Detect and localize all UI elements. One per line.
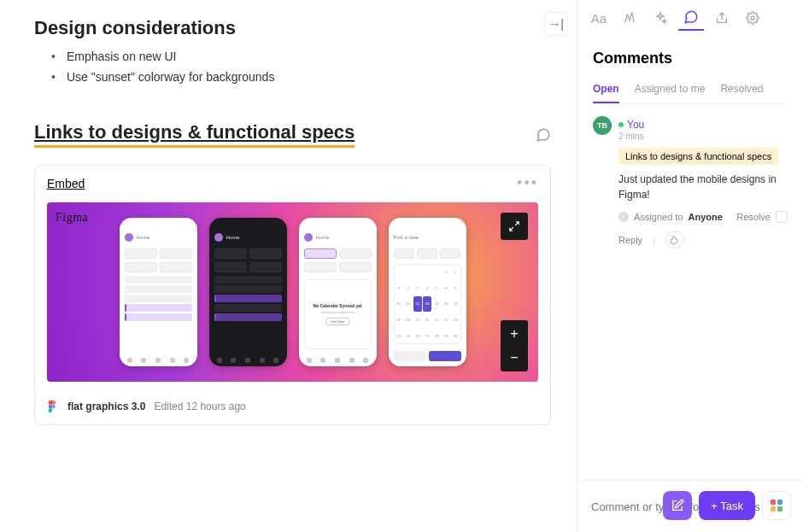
comment-reference-badge[interactable]: Links to designs & functional specs [618,148,778,165]
thumbs-up-icon[interactable] [665,231,684,248]
add-task-button[interactable]: + Task [699,491,755,520]
sidebar-toolbar: Aa [577,0,803,36]
assigned-to-value[interactable]: Anyone [688,212,722,222]
settings-icon[interactable] [740,5,765,31]
embed-card: Embed ••• Figma +− Home Home [34,165,551,425]
svg-point-1 [751,16,754,20]
comment-body: Just updated the mobile designs in Figma… [618,172,788,202]
embed-title[interactable]: Embed [47,177,85,190]
zoom-controls[interactable]: +− [501,320,528,371]
resolve-label: Resolve [736,212,771,222]
collapse-sidebar-button[interactable]: →| [544,12,568,36]
svg-point-0 [52,405,56,408]
online-indicator-icon [618,122,624,127]
check-icon: ✓ [618,212,629,222]
share-icon[interactable] [709,5,735,31]
figma-embed[interactable]: Figma +− Home Home [47,202,538,382]
phone-light-1: Home [120,218,197,366]
text-style-icon[interactable]: Aa [586,5,612,31]
tab-resolved[interactable]: Resolved [720,83,763,103]
embed-menu-icon[interactable]: ••• [517,174,538,192]
phone-light-2: Home No Calendar Synced yetLorem ipsum d… [299,218,377,366]
comments-tabs: Open Assigned to me Resolved [593,83,788,104]
phone-dark: Home [209,218,287,366]
reply-link[interactable]: Reply [618,235,642,245]
figma-brand-label: Figma [56,211,88,225]
bullet-item[interactable]: Use "sunset" colorway for backgrounds [51,67,551,87]
heading-design-considerations: Design considerations [34,17,551,39]
heading-links-to-designs[interactable]: Links to designs & functional specs [34,121,355,148]
bullet-list: Emphasis on new UI Use "sunset" colorway… [51,46,551,87]
figma-icon [47,400,59,412]
comment-author[interactable]: You [627,119,644,131]
ai-icon[interactable] [617,5,642,31]
comments-title: Comments [593,50,788,67]
edit-icon-button[interactable] [663,491,692,520]
comment-time: 2 mins [618,132,788,141]
resolve-checkbox[interactable] [776,211,788,223]
comment-indicator-icon[interactable] [536,127,551,143]
expand-icon[interactable] [501,213,528,240]
comments-icon[interactable] [678,5,704,31]
sparkle-icon[interactable] [648,5,673,31]
embed-file-name: flat graphics 3.0 [67,400,145,412]
tab-open[interactable]: Open [593,83,619,103]
tab-assigned-to-me[interactable]: Assigned to me [635,83,706,103]
bullet-item[interactable]: Emphasis on new UI [51,46,551,67]
avatar[interactable]: TB [593,116,612,135]
assigned-to-label: Assigned to [634,212,683,222]
embed-edited-time: Edited 12 hours ago [154,400,245,412]
phone-calendar: Pick a date 12 3456789 10111213141516 17… [389,218,466,366]
apps-icon-button[interactable] [762,491,791,520]
phone-mockups: Home Home Home [98,218,487,366]
comment-thread: TB You 2 mins Links to designs & functio… [593,116,788,248]
